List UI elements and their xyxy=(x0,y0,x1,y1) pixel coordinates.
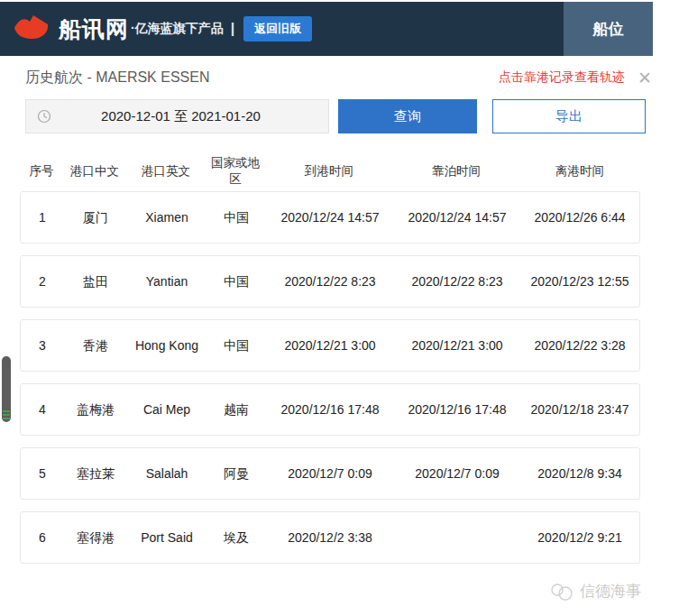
cell-departure-time: 2020/12/23 12:55 xyxy=(520,273,639,290)
watermark-text: 信德海事 xyxy=(580,581,641,602)
brand-suffix: ·亿海蓝旗下产品 xyxy=(131,21,224,37)
cell-arrival-time: 2020/12/24 14:57 xyxy=(266,209,394,226)
cell-seq: 6 xyxy=(21,529,64,547)
cell-berth-time: 2020/12/22 8:23 xyxy=(394,273,520,290)
cell-country: 埃及 xyxy=(206,529,266,547)
col-header-port-cn: 港口中文 xyxy=(63,163,126,179)
close-icon[interactable]: ✕ xyxy=(638,69,652,87)
cell-country: 中国 xyxy=(206,209,266,226)
table-row[interactable]: 6 塞得港 Port Said 埃及 2020/12/2 3:38 2020/1… xyxy=(20,511,640,564)
table-row[interactable]: 1 厦门 Xiamen 中国 2020/12/24 14:57 2020/12/… xyxy=(20,191,640,244)
table-row[interactable]: 2 盐田 Yantian 中国 2020/12/22 8:23 2020/12/… xyxy=(20,255,640,308)
cell-country: 中国 xyxy=(206,273,266,290)
dialog-title-row: 历史航次 - MAERSK ESSEN 点击靠港记录查看轨迹 ✕ xyxy=(25,67,652,88)
query-controls: 2020-12-01 至 2021-01-20 查询 导出 xyxy=(25,99,646,133)
cell-seq: 5 xyxy=(21,465,64,483)
cell-departure-time: 2020/12/8 9:34 xyxy=(520,465,639,483)
cell-port-en: Salalah xyxy=(127,465,206,483)
col-header-country: 国家或地区 xyxy=(206,155,265,188)
cell-port-en: Port Said xyxy=(127,529,206,547)
cell-port-cn: 盖梅港 xyxy=(64,401,127,418)
cell-arrival-time: 2020/12/2 3:38 xyxy=(266,529,394,547)
date-range-input[interactable]: 2020-12-01 至 2021-01-20 xyxy=(25,99,329,133)
cell-departure-time: 2020/12/2 9:21 xyxy=(520,529,639,547)
cell-port-cn: 香港 xyxy=(64,337,127,354)
table-row[interactable]: 5 塞拉莱 Salalah 阿曼 2020/12/7 0:09 2020/12/… xyxy=(20,447,640,500)
cell-country: 阿曼 xyxy=(206,465,266,483)
top-header-bar: 船讯网 ·亿海蓝旗下产品 | 返回旧版 船位 xyxy=(0,2,653,56)
brand-divider: | xyxy=(231,21,234,37)
cell-seq: 1 xyxy=(21,209,64,226)
back-to-old-version-button[interactable]: 返回旧版 xyxy=(243,16,312,41)
cell-berth-time: 2020/12/24 14:57 xyxy=(394,209,520,226)
cell-arrival-time: 2020/12/7 0:09 xyxy=(266,465,394,483)
nav-ship-position[interactable]: 船位 xyxy=(564,2,653,56)
col-header-seq: 序号 xyxy=(20,163,63,179)
col-header-port-en: 港口英文 xyxy=(126,163,206,179)
col-header-departure: 离港时间 xyxy=(519,163,640,179)
col-header-berth: 靠泊时间 xyxy=(393,163,519,179)
cell-port-en: Yantian xyxy=(127,273,206,290)
cell-departure-time: 2020/12/22 3:28 xyxy=(520,337,639,354)
cell-port-cn: 厦门 xyxy=(64,209,127,226)
table-row[interactable]: 4 盖梅港 Cai Mep 越南 2020/12/16 17:48 2020/1… xyxy=(20,383,640,436)
side-scrollbar-handle[interactable] xyxy=(2,356,11,422)
cell-seq: 3 xyxy=(21,337,64,354)
query-button[interactable]: 查询 xyxy=(338,99,477,133)
brand-name: 船讯网 xyxy=(59,14,129,44)
cell-port-en: Hong Kong xyxy=(127,337,206,354)
cell-arrival-time: 2020/12/21 3:00 xyxy=(266,337,394,354)
cell-port-en: Cai Mep xyxy=(127,401,206,418)
watermark: 信德海事 xyxy=(549,581,641,602)
cell-berth-time: 2020/12/21 3:00 xyxy=(394,337,520,354)
voyage-list: 1 厦门 Xiamen 中国 2020/12/24 14:57 2020/12/… xyxy=(20,191,640,564)
clock-icon xyxy=(37,109,51,124)
cell-port-en: Xiamen xyxy=(127,209,206,226)
cell-departure-time: 2020/12/26 6:44 xyxy=(520,209,639,226)
cell-arrival-time: 2020/12/16 17:48 xyxy=(266,401,394,418)
cell-port-cn: 盐田 xyxy=(64,273,127,290)
cell-arrival-time: 2020/12/22 8:23 xyxy=(266,273,394,290)
cell-country: 越南 xyxy=(206,401,266,418)
xinde-marine-logo-icon xyxy=(549,582,574,602)
shipxy-boat-logo-icon xyxy=(12,13,51,45)
cell-berth-time: 2020/12/7 0:09 xyxy=(394,465,520,483)
cell-country: 中国 xyxy=(206,337,266,354)
cell-departure-time: 2020/12/18 23:47 xyxy=(520,401,639,418)
cell-port-cn: 塞拉莱 xyxy=(64,465,127,483)
cell-berth-time: 2020/12/16 17:48 xyxy=(394,401,520,418)
table-header-row: 序号 港口中文 港口英文 国家或地区 到港时间 靠泊时间 离港时间 xyxy=(20,155,640,175)
export-button[interactable]: 导出 xyxy=(492,99,646,133)
page-title: 历史航次 - MAERSK ESSEN xyxy=(25,69,209,87)
view-track-hint-link[interactable]: 点击靠港记录查看轨迹 xyxy=(499,69,625,86)
table-row[interactable]: 3 香港 Hong Kong 中国 2020/12/21 3:00 2020/1… xyxy=(20,319,640,372)
cell-seq: 2 xyxy=(21,273,64,290)
cell-seq: 4 xyxy=(21,401,64,418)
date-range-value: 2020-12-01 至 2021-01-20 xyxy=(51,108,328,125)
cell-port-cn: 塞得港 xyxy=(64,529,127,547)
col-header-arrival: 到港时间 xyxy=(265,163,393,179)
